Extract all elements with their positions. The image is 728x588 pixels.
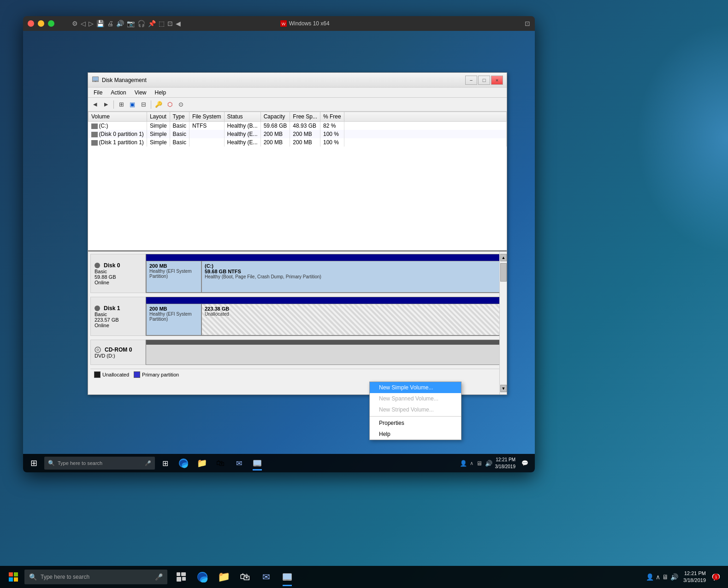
disk0-size: 59.88 GB xyxy=(95,274,142,280)
toolbar-back[interactable]: ◀ xyxy=(90,100,100,110)
vm-clock[interactable]: 12:21 PM 3/18/2019 xyxy=(495,456,516,470)
vm-store-btn[interactable]: 🛍 xyxy=(212,455,229,471)
disk0-type: Basic xyxy=(95,269,142,274)
clock[interactable]: 12:21 PM 3/18/2019 xyxy=(683,570,706,584)
context-menu-new-striped[interactable]: New Striped Volume... xyxy=(370,404,461,415)
menu-help[interactable]: Help xyxy=(151,88,170,97)
vm-notification-btn[interactable]: 💬 xyxy=(518,457,531,470)
vm-task-view-btn[interactable]: ⊞ xyxy=(157,455,173,471)
toolbar-sep-2 xyxy=(151,100,151,109)
window-close-btn[interactable]: × xyxy=(491,76,503,85)
scroll-down-btn[interactable]: ▼ xyxy=(500,385,507,392)
vm-network-icon[interactable]: 🖥 xyxy=(476,460,482,467)
toolbar-btn-1[interactable]: ⊞ xyxy=(116,100,126,110)
scroll-up-btn[interactable]: ▲ xyxy=(500,254,507,261)
search-bar[interactable]: 🔍 Type here to search 🎤 xyxy=(24,570,167,584)
vm-toolbar-icon-5[interactable]: 🖨 xyxy=(107,20,113,27)
table-area[interactable]: Volume Layout Type File System Status Ca… xyxy=(88,112,507,252)
vm-edge-btn[interactable] xyxy=(175,455,192,471)
col-status[interactable]: Status xyxy=(224,112,260,122)
vm-toolbar-icon-11[interactable]: ⊡ xyxy=(167,20,173,27)
taskbar-store[interactable]: 🛍 xyxy=(235,567,255,587)
svg-rect-12 xyxy=(96,81,98,82)
disk0-c-segment[interactable]: (C:) 59.68 GB NTFS Healthy (Boot, Page F… xyxy=(201,261,504,293)
notification-button[interactable]: 💬 1 xyxy=(709,570,723,584)
scroll-thumb[interactable] xyxy=(500,263,507,282)
vm-maximize-btn[interactable] xyxy=(48,20,54,27)
col-fs[interactable]: File System xyxy=(189,112,224,122)
svg-point-13 xyxy=(95,347,101,353)
vm-toolbar-icon-1[interactable]: ⚙ xyxy=(72,20,78,27)
table-row[interactable]: (C:) Simple Basic NTFS Healthy (B... 59.… xyxy=(89,122,507,130)
start-button[interactable] xyxy=(2,566,24,588)
table-row[interactable]: (Disk 1 partition 1) Simple Basic Health… xyxy=(89,138,507,147)
vm-toolbar-icon-7[interactable]: 📷 xyxy=(127,20,135,27)
toolbar-forward[interactable]: ▶ xyxy=(101,100,111,110)
vm-toolbar-icon-2[interactable]: ◁ xyxy=(81,20,86,27)
scrollbar[interactable]: ▲ ▼ xyxy=(499,252,507,394)
vm-toolbar-icon-9[interactable]: 📌 xyxy=(148,20,156,27)
legend-primary-color xyxy=(134,371,140,378)
tray-person-icon[interactable]: 👤 xyxy=(646,573,654,581)
disk0-row: Disk 0 Basic 59.88 GB Online 200 MB xyxy=(90,254,504,293)
tray-network-icon[interactable]: 🖥 xyxy=(662,573,669,581)
vm-toolbar-icon-10[interactable]: ⬚ xyxy=(159,20,165,27)
vm-diskmgmt-btn[interactable] xyxy=(249,455,266,471)
col-layout[interactable]: Layout xyxy=(147,112,170,122)
taskbar-explorer[interactable]: 📁 xyxy=(213,567,234,587)
toolbar-btn-4[interactable]: 🔑 xyxy=(154,100,164,110)
vm-full-btn[interactable]: ⊡ xyxy=(525,20,530,27)
vm-person-icon[interactable]: 👤 xyxy=(460,460,467,467)
col-capacity[interactable]: Capacity xyxy=(260,112,290,122)
window-maximize-btn[interactable]: □ xyxy=(478,76,490,85)
col-pctfree[interactable]: % Free xyxy=(320,112,344,122)
vm-toolbar-icon-8[interactable]: 🎧 xyxy=(137,20,145,27)
tray-chevron[interactable]: ∧ xyxy=(656,573,660,581)
vm-close-btn[interactable] xyxy=(28,20,34,27)
col-volume[interactable]: Volume xyxy=(89,112,147,122)
svg-rect-25 xyxy=(181,572,186,576)
vm-explorer-btn[interactable]: 📁 xyxy=(194,455,210,471)
context-menu-properties[interactable]: Properties xyxy=(370,417,461,429)
col-type[interactable]: Type xyxy=(170,112,189,122)
vm-volume-icon[interactable]: 🔊 xyxy=(485,460,492,467)
legend-unallocated-color xyxy=(94,371,101,378)
context-menu-new-simple[interactable]: New Simple Volume... xyxy=(370,382,461,393)
window-minimize-btn[interactable]: − xyxy=(465,76,477,85)
vm-toolbar-icon-3[interactable]: ▷ xyxy=(89,20,94,27)
disk-map-area[interactable]: Disk 0 Basic 59.88 GB Online 200 MB xyxy=(88,252,507,394)
disk1-unallocated-segment[interactable]: 223.38 GB Unallocated xyxy=(201,304,504,335)
vm-minimize-btn[interactable] xyxy=(38,20,44,27)
disk1-efi-segment[interactable]: 200 MB Healthy (EFI System Partition) xyxy=(146,304,201,335)
taskbar-edge[interactable] xyxy=(192,567,213,587)
context-menu-new-spanned[interactable]: New Spanned Volume... xyxy=(370,393,461,404)
vm-frame: ⚙ ◁ ▷ 💾 🖨 🔊 📷 🎧 📌 ⬚ ⊡ ◀ W Windows 10 x64… xyxy=(23,16,535,472)
col-free[interactable]: Free Sp... xyxy=(290,112,320,122)
taskbar-mail[interactable]: ✉ xyxy=(256,567,276,587)
taskbar-task-view[interactable] xyxy=(171,567,191,587)
vm-toolbar-icon-12[interactable]: ◀ xyxy=(176,20,181,27)
svg-rect-32 xyxy=(289,580,291,581)
taskbar-disk-mgmt[interactable] xyxy=(277,567,297,587)
toolbar-btn-2[interactable]: ▣ xyxy=(127,100,137,110)
context-menu-help[interactable]: Help xyxy=(370,429,461,440)
vm-toolbar-icon-6[interactable]: 🔊 xyxy=(116,20,124,27)
vm-search-bar[interactable]: 🔍 Type here to search 🎤 xyxy=(44,457,155,470)
vm-toolbar-icon-4[interactable]: 💾 xyxy=(96,20,104,27)
toolbar-btn-3[interactable]: ⊟ xyxy=(138,100,148,110)
cell-type: Basic xyxy=(170,138,189,147)
menu-action[interactable]: Action xyxy=(107,88,130,97)
svg-rect-31 xyxy=(283,580,286,581)
table-row[interactable]: (Disk 0 partition 1) Simple Basic Health… xyxy=(89,130,507,138)
legend: Unallocated Primary partition xyxy=(90,369,504,380)
menu-view[interactable]: View xyxy=(131,88,150,97)
tray-volume-icon[interactable]: 🔊 xyxy=(670,573,678,581)
vm-chevron-icon[interactable]: ∧ xyxy=(470,460,473,466)
vm-start-btn[interactable]: ⊞ xyxy=(25,454,42,472)
toolbar-btn-6[interactable]: ⊙ xyxy=(176,100,186,110)
disk0-efi-segment[interactable]: 200 MB Healthy (EFI System Partition) xyxy=(146,261,201,293)
toolbar-btn-5[interactable]: ⬡ xyxy=(165,100,175,110)
menu-file[interactable]: File xyxy=(90,88,106,97)
vm-mail-btn[interactable]: ✉ xyxy=(231,455,247,471)
cell-fs xyxy=(189,130,224,138)
